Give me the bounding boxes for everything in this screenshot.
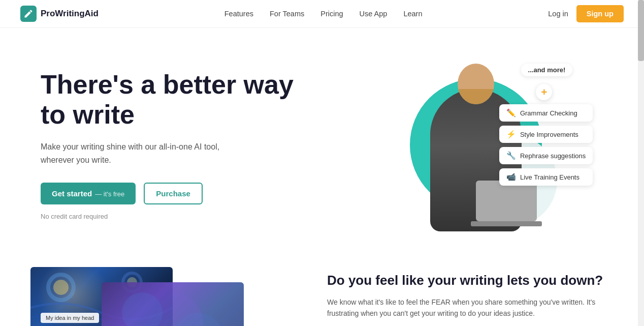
feature-cards: ✏️ Grammar Checking ⚡ Style Improvements… [499, 104, 593, 186]
get-started-button[interactable]: Get started— it's free [41, 183, 136, 204]
scrollbar-thumb[interactable] [638, 0, 644, 61]
rephrase-label: Rephrase suggestions [520, 152, 586, 160]
section-two-content: Do you feel like your writing lets you d… [327, 267, 614, 319]
purchase-button[interactable]: Purchase [144, 183, 203, 204]
person-head [458, 64, 494, 104]
section-two-text: We know what it's like to feel the FEAR … [327, 297, 614, 319]
logo-text: ProWritingAid [41, 9, 99, 19]
nav-pricing[interactable]: Pricing [320, 10, 343, 18]
nav-use-app[interactable]: Use App [360, 10, 388, 18]
hero-buttons: Get started— it's free Purchase [41, 183, 305, 204]
grammar-label: Grammar Checking [520, 109, 577, 117]
grammar-icon: ✏️ [506, 108, 516, 117]
hero-title: There's a better way to write [41, 70, 305, 131]
section-two-images: My idea in my head [0, 267, 307, 326]
nav-links: Features For Teams Pricing Use App Learn [224, 9, 423, 18]
nav-for-teams[interactable]: For Teams [270, 10, 304, 18]
logo-svg [23, 9, 34, 19]
hero-right: + ...and more! ✏️ Grammar Checking ⚡ Sty… [339, 53, 614, 236]
logo-link[interactable]: ProWritingAid [20, 6, 99, 22]
laptop-shape [476, 181, 537, 221]
svg-point-1 [53, 280, 69, 295]
hero-subtitle: Make your writing shine with our all-in-… [41, 140, 244, 166]
hero-left: There's a better way to write Make your … [41, 70, 305, 221]
plus-badge: + [536, 84, 552, 100]
nav-actions: Log in Sign up [548, 5, 624, 22]
page-scrollbar[interactable] [638, 0, 644, 326]
hero-section: There's a better way to write Make your … [0, 28, 644, 257]
feature-card-training: 📹 Live Training Events [499, 168, 593, 186]
no-credit-card: No credit card required [41, 213, 305, 220]
hero-illustration: + ...and more! ✏️ Grammar Checking ⚡ Sty… [390, 58, 562, 231]
logo-icon [20, 6, 37, 22]
signup-button[interactable]: Sign up [576, 5, 624, 22]
nav-features[interactable]: Features [224, 10, 253, 18]
feature-card-grammar: ✏️ Grammar Checking [499, 104, 593, 122]
style-icon: ⚡ [506, 130, 516, 139]
training-label: Live Training Events [520, 173, 579, 181]
free-label: — it's free [95, 190, 124, 198]
login-button[interactable]: Log in [548, 10, 568, 18]
abstract-painting [102, 282, 244, 326]
get-started-label: Get started [52, 189, 92, 198]
style-label: Style Improvements [520, 131, 578, 138]
section-two: My idea in my head Do you feel like your… [0, 257, 644, 326]
abstract-svg [102, 282, 244, 326]
feature-card-style: ⚡ Style Improvements [499, 126, 593, 143]
and-more-bubble: ...and more! [521, 64, 573, 76]
navbar: ProWritingAid Features For Teams Pricing… [0, 0, 644, 28]
training-icon: 📹 [506, 172, 516, 182]
section-two-title: Do you feel like your writing lets you d… [327, 272, 614, 289]
feature-card-rephrase: 🔧 Rephrase suggestions [499, 147, 593, 164]
nav-learn[interactable]: Learn [403, 10, 422, 18]
idea-label: My idea in my head [41, 313, 99, 323]
rephrase-icon: 🔧 [506, 151, 516, 160]
